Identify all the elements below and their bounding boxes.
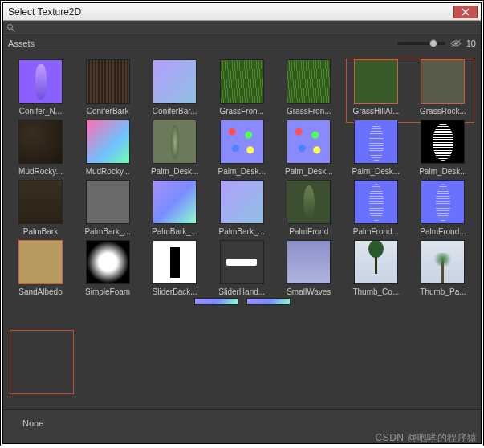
asset-label: Conifer_N... bbox=[10, 107, 71, 116]
asset-item[interactable]: Palm_Desk... bbox=[345, 120, 407, 176]
asset-label: PalmBark_... bbox=[144, 227, 205, 236]
asset-item[interactable]: PalmBark_... bbox=[211, 180, 273, 236]
asset-thumbnail bbox=[287, 120, 331, 164]
asset-item[interactable]: PalmBark_... bbox=[144, 180, 205, 236]
asset-item[interactable]: Thumb_Pa... bbox=[412, 240, 474, 296]
asset-label: Palm_Desk... bbox=[144, 167, 205, 176]
asset-thumbnail bbox=[220, 240, 264, 284]
asset-thumbnail bbox=[153, 59, 197, 104]
svg-line-1 bbox=[12, 28, 15, 31]
asset-item[interactable]: Thumb_Co... bbox=[345, 240, 407, 296]
close-icon bbox=[462, 8, 470, 16]
asset-thumbnail bbox=[287, 59, 331, 104]
asset-item[interactable]: SandAlbedo bbox=[10, 240, 71, 296]
asset-item[interactable]: PalmBark bbox=[10, 180, 71, 236]
assets-tab[interactable]: Assets bbox=[8, 39, 392, 48]
asset-item[interactable]: GrassRock... bbox=[412, 59, 474, 116]
hidden-count: 10 bbox=[466, 39, 476, 48]
asset-thumbnail bbox=[86, 240, 130, 284]
asset-item[interactable]: ConiferBark bbox=[77, 59, 139, 116]
window-inner: Select Texture2D Assets 10 Conifer_N...C… bbox=[2, 2, 482, 444]
asset-item[interactable]: SliderHand... bbox=[211, 240, 273, 296]
asset-thumbnail bbox=[220, 180, 264, 224]
asset-label: Thumb_Pa... bbox=[412, 287, 474, 296]
asset-label: SmallWaves bbox=[278, 287, 340, 296]
asset-label: GrassFron... bbox=[211, 107, 273, 116]
asset-label: PalmBark_... bbox=[77, 227, 139, 236]
search-icon bbox=[6, 23, 16, 33]
slider-knob[interactable] bbox=[429, 39, 437, 47]
asset-label: ConiferBark bbox=[77, 107, 139, 116]
grid-overflow-row bbox=[10, 296, 474, 307]
asset-thumbnail bbox=[421, 240, 465, 284]
asset-label: Thumb_Co... bbox=[345, 287, 407, 296]
asset-label: SliderBack... bbox=[144, 287, 205, 296]
asset-thumbnail bbox=[18, 180, 63, 224]
asset-label: ConiferBar... bbox=[144, 107, 205, 116]
asset-thumbnail bbox=[153, 180, 197, 224]
asset-thumbnail bbox=[287, 240, 331, 284]
asset-label: SandAlbedo bbox=[10, 287, 71, 296]
asset-thumbnail bbox=[86, 59, 130, 104]
asset-thumbnail bbox=[153, 240, 197, 284]
asset-item[interactable]: GrassFron... bbox=[278, 59, 340, 116]
asset-item[interactable]: SliderBack... bbox=[144, 240, 205, 296]
asset-item[interactable]: GrassHillAl... bbox=[345, 59, 407, 116]
close-button[interactable] bbox=[453, 6, 478, 18]
asset-item[interactable]: Palm_Desk... bbox=[412, 120, 474, 176]
asset-item[interactable]: MudRocky... bbox=[10, 120, 71, 176]
asset-item[interactable]: Palm_Desk... bbox=[144, 120, 205, 176]
asset-item[interactable]: Palm_Desk... bbox=[211, 120, 273, 176]
asset-label: Palm_Desk... bbox=[278, 167, 340, 176]
asset-item[interactable]: PalmBark_... bbox=[77, 180, 139, 236]
asset-item[interactable]: PalmFrond... bbox=[412, 180, 474, 236]
asset-label: GrassRock... bbox=[412, 107, 474, 116]
asset-item[interactable]: Conifer_N... bbox=[10, 59, 71, 116]
asset-thumbnail bbox=[18, 240, 63, 284]
asset-thumbnail bbox=[421, 59, 465, 104]
asset-thumbnail bbox=[153, 120, 197, 164]
asset-thumbnail bbox=[421, 180, 465, 224]
asset-thumbnail bbox=[86, 180, 130, 224]
asset-item[interactable]: SimpleFoam bbox=[77, 240, 139, 296]
asset-label: PalmBark bbox=[10, 227, 71, 236]
thumbnail-size-slider[interactable] bbox=[397, 42, 445, 45]
asset-item[interactable]: GrassFron... bbox=[211, 59, 273, 116]
window-title: Select Texture2D bbox=[8, 6, 453, 18]
asset-item[interactable]: SmallWaves bbox=[278, 240, 340, 296]
asset-grid-area: Conifer_N...ConiferBarkConiferBar...Gras… bbox=[3, 51, 481, 409]
asset-thumbnail bbox=[86, 120, 130, 164]
asset-thumbnail bbox=[354, 180, 398, 224]
asset-thumbnail bbox=[220, 120, 264, 164]
search-input[interactable] bbox=[19, 22, 478, 35]
asset-item[interactable]: PalmFrond... bbox=[345, 180, 407, 236]
asset-label: Palm_Desk... bbox=[412, 167, 474, 176]
asset-item[interactable]: Palm_Desk... bbox=[278, 120, 340, 176]
asset-label: PalmBark_... bbox=[211, 227, 273, 236]
asset-label: GrassHillAl... bbox=[345, 107, 407, 116]
asset-item[interactable]: MudRocky... bbox=[77, 120, 139, 176]
window-frame: Select Texture2D Assets 10 Conifer_N...C… bbox=[0, 0, 484, 446]
titlebar[interactable]: Select Texture2D bbox=[3, 3, 481, 21]
asset-thumbnail-overflow[interactable] bbox=[194, 298, 238, 305]
asset-thumbnail bbox=[220, 59, 264, 104]
asset-label: SimpleFoam bbox=[77, 287, 139, 296]
asset-thumbnail bbox=[18, 59, 63, 104]
asset-thumbnail bbox=[354, 59, 398, 104]
asset-thumbnail-overflow[interactable] bbox=[246, 298, 291, 305]
asset-label: MudRocky... bbox=[10, 167, 71, 176]
asset-thumbnail bbox=[354, 240, 398, 284]
hidden-visibility-icon[interactable] bbox=[450, 38, 462, 49]
asset-label: SliderHand... bbox=[211, 287, 273, 296]
asset-item[interactable]: ConiferBar... bbox=[144, 59, 205, 116]
asset-label: MudRocky... bbox=[77, 167, 139, 176]
asset-thumbnail bbox=[287, 180, 331, 224]
asset-label: PalmFrond... bbox=[345, 227, 407, 236]
asset-thumbnail bbox=[421, 120, 465, 164]
asset-item[interactable]: PalmFrond bbox=[278, 180, 340, 236]
search-bar[interactable] bbox=[3, 21, 481, 35]
svg-point-0 bbox=[8, 24, 13, 29]
selection-label: None bbox=[22, 418, 43, 428]
selection-footer: None bbox=[3, 409, 481, 443]
asset-thumbnail bbox=[18, 120, 63, 164]
